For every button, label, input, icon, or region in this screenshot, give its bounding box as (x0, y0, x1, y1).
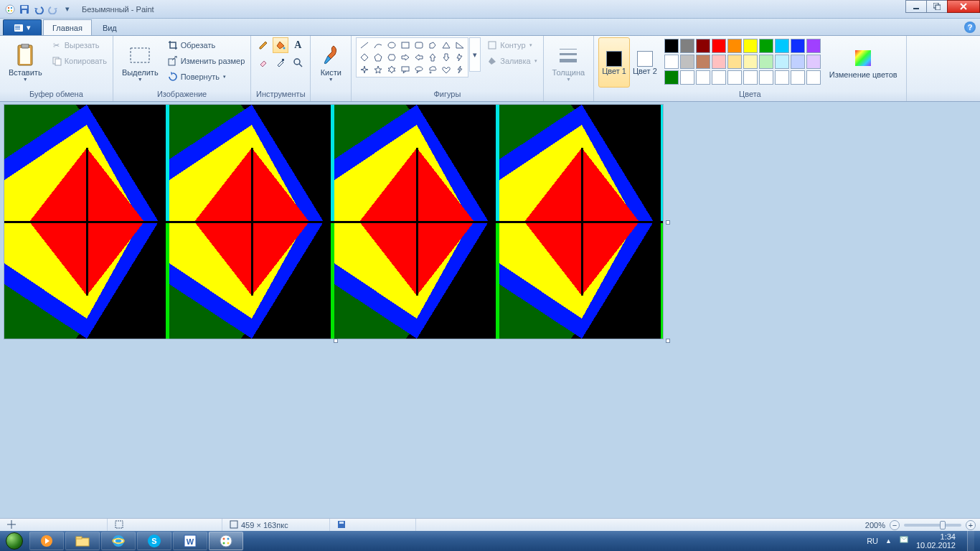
palette-swatch[interactable] (743, 70, 758, 85)
show-desktop-button[interactable] (967, 531, 974, 551)
palette-swatch[interactable] (775, 55, 789, 69)
palette-swatch[interactable] (743, 39, 758, 53)
shape-callout-oval-icon[interactable] (413, 64, 425, 75)
zoom-tool[interactable] (290, 55, 306, 70)
shape-line-icon[interactable] (358, 39, 371, 51)
shape-polygon-icon[interactable] (426, 39, 439, 51)
shape-star4-icon[interactable] (358, 64, 371, 75)
help-button[interactable]: ? (964, 22, 976, 33)
maximize-button[interactable] (926, 0, 948, 13)
zoom-out-button[interactable]: − (890, 520, 900, 530)
resize-handle-corner[interactable] (666, 339, 670, 343)
zoom-in-button[interactable]: + (966, 520, 976, 530)
taskbar-word[interactable]: W (173, 532, 207, 550)
shape-diamond-icon[interactable] (358, 52, 371, 63)
palette-swatch[interactable] (696, 70, 710, 85)
shape-rect-icon[interactable] (399, 39, 412, 51)
fill-button[interactable]: Заливка▾ (485, 53, 538, 69)
shape-curve-icon[interactable] (372, 39, 385, 51)
redo-icon[interactable] (47, 4, 59, 15)
palette-swatch[interactable] (712, 55, 726, 69)
palette-swatch[interactable] (759, 39, 773, 53)
resize-handle-bottom[interactable] (334, 339, 338, 343)
color1-button[interactable]: Цвет 1 (598, 37, 630, 88)
minimize-button[interactable] (905, 0, 927, 13)
palette-swatch[interactable] (696, 55, 710, 69)
tray-lang[interactable]: RU (867, 537, 878, 545)
palette-swatch[interactable] (791, 39, 805, 53)
work-area[interactable] (0, 102, 980, 518)
palette-swatch[interactable] (680, 39, 694, 53)
taskbar-paint[interactable] (209, 532, 243, 550)
cut-button[interactable]: ✂Вырезать (50, 37, 108, 53)
palette-swatch[interactable] (727, 39, 742, 53)
palette-swatch[interactable] (664, 70, 679, 85)
palette-swatch[interactable] (806, 70, 821, 85)
start-button[interactable] (0, 531, 29, 551)
palette-swatch[interactable] (775, 70, 789, 85)
shape-arrowl-icon[interactable] (413, 52, 425, 63)
taskbar-explorer[interactable] (65, 532, 100, 550)
undo-icon[interactable] (33, 4, 44, 15)
resize-handle-right[interactable] (666, 220, 670, 225)
palette-swatch[interactable] (759, 70, 773, 85)
tab-view[interactable]: Вид (93, 19, 126, 35)
palette-swatch[interactable] (680, 70, 694, 85)
palette-swatch[interactable] (712, 39, 726, 53)
shape-hexagon-icon[interactable] (385, 52, 398, 63)
shapes-gallery[interactable] (356, 37, 468, 77)
outline-button[interactable]: Контур▾ (485, 37, 538, 53)
rotate-button[interactable]: Повернуть▾ (166, 69, 247, 85)
palette-swatch[interactable] (775, 39, 789, 53)
tray-flag-icon[interactable] (899, 535, 909, 547)
shape-pentagon-icon[interactable] (372, 52, 385, 63)
shape-star6-icon[interactable] (385, 64, 398, 75)
palette-swatch[interactable] (743, 55, 758, 69)
palette-swatch[interactable] (664, 39, 679, 53)
edit-colors-button[interactable]: Изменение цветов (825, 37, 902, 88)
qat-dropdown-icon[interactable]: ▾ (62, 4, 73, 15)
canvas[interactable] (4, 105, 663, 339)
zoom-slider[interactable] (904, 524, 961, 527)
size-button[interactable]: Толщина▼ (548, 37, 590, 88)
select-button[interactable]: Выделить▼ (118, 37, 163, 88)
palette-swatch[interactable] (727, 70, 742, 85)
shape-heart-icon[interactable] (440, 64, 453, 75)
shape-star5-icon[interactable] (372, 64, 385, 75)
taskbar-ie[interactable] (101, 532, 136, 550)
tray-clock[interactable]: 1:34 10.02.2012 (916, 532, 956, 550)
copy-button[interactable]: Копировать (50, 53, 108, 69)
shape-callout-cloud-icon[interactable] (426, 64, 439, 75)
tray-arrow-icon[interactable]: ▲ (885, 537, 892, 545)
palette-swatch[interactable] (696, 39, 710, 53)
palette-swatch[interactable] (680, 55, 694, 69)
paste-button[interactable]: Вставить▼ (4, 37, 47, 88)
brush-button[interactable]: Кисти▼ (315, 37, 347, 88)
palette-swatch[interactable] (664, 55, 679, 69)
shapes-more-button[interactable]: ▾ (469, 37, 481, 72)
taskbar-mediaplayer[interactable] (29, 532, 64, 550)
palette-swatch[interactable] (791, 55, 805, 69)
shape-arrowd-icon[interactable] (440, 52, 453, 63)
picker-tool[interactable] (273, 55, 288, 70)
shape-triangle-icon[interactable] (440, 39, 453, 51)
color2-button[interactable]: Цвет 2 (630, 37, 660, 88)
palette-swatch[interactable] (712, 70, 726, 85)
text-tool[interactable]: A (290, 37, 306, 53)
eraser-tool[interactable] (255, 55, 271, 70)
palette-swatch[interactable] (806, 39, 821, 53)
resize-button[interactable]: Изменить размер (166, 53, 247, 69)
palette-swatch[interactable] (759, 55, 773, 69)
close-button[interactable] (947, 0, 980, 13)
shape-lightning2-icon[interactable] (453, 64, 466, 75)
save-icon[interactable] (19, 4, 30, 15)
shape-rtriangle-icon[interactable] (453, 39, 466, 51)
taskbar-skype[interactable]: S (137, 532, 171, 550)
shape-arrowu-icon[interactable] (426, 52, 439, 63)
shape-arrowr-icon[interactable] (399, 52, 412, 63)
shape-roundrect-icon[interactable] (413, 39, 425, 51)
crop-button[interactable]: Обрезать (166, 37, 247, 53)
palette-swatch[interactable] (806, 55, 821, 69)
shape-callout-rect-icon[interactable] (399, 64, 412, 75)
palette-swatch[interactable] (791, 70, 805, 85)
